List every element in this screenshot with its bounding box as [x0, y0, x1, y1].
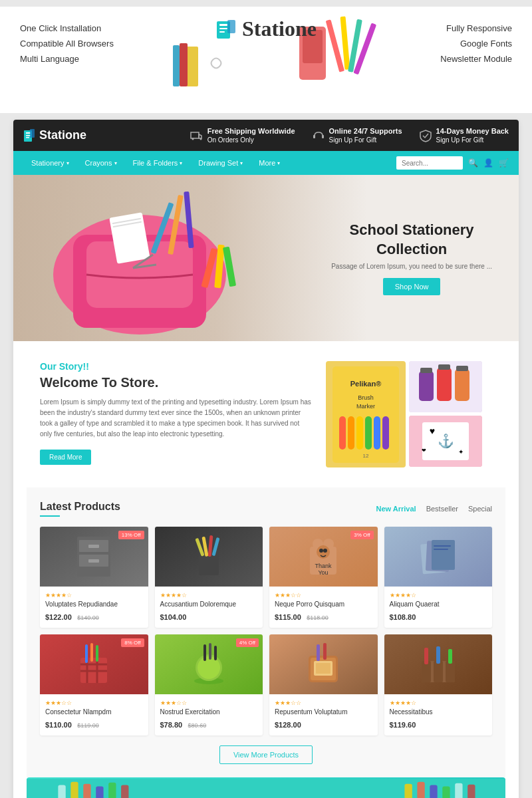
product-name-5: Nostrud Exercitation — [160, 708, 258, 716]
tab-new-arrival[interactable]: New Arrival — [376, 505, 416, 513]
product-badge-0: 13% Off — [118, 531, 144, 539]
product-card-4[interactable]: 8% Off — [40, 634, 148, 735]
svg-text:You: You — [319, 569, 329, 576]
product-old-price-5: $80.60 — [188, 722, 207, 729]
nav-folders[interactable]: File & Folders ▾ — [125, 159, 191, 167]
svg-rect-40 — [348, 416, 354, 450]
store-logo-icon — [23, 128, 35, 143]
search-input[interactable] — [396, 156, 463, 170]
nav-arrow-5: ▾ — [277, 160, 280, 166]
nav-more[interactable]: More ▾ — [251, 159, 288, 167]
product-price-2: $115.00 — [275, 613, 301, 621]
product-card-2[interactable]: 3% Off Thank You — [269, 527, 378, 628]
product-stars-0: ★★★★☆ — [45, 592, 143, 598]
svg-rect-10 — [219, 24, 227, 26]
logo-text: Statione — [242, 17, 317, 41]
svg-rect-47 — [419, 371, 434, 401]
shop-now-button[interactable]: Shop Now — [383, 278, 441, 295]
product-name-4: Consectetur Nlampdm — [45, 708, 143, 716]
product-price-7: $119.60 — [390, 721, 416, 729]
svg-rect-81 — [434, 549, 448, 550]
nav-crayons[interactable]: Crayons ▾ — [77, 159, 125, 167]
product-image-6 — [269, 634, 378, 694]
svg-rect-4 — [340, 16, 350, 69]
nav-drawing[interactable]: Drawing Set ▾ — [190, 159, 251, 167]
feature-one-click: One Click Installation — [20, 23, 114, 33]
products-tabs: New Arrival Bestseller Special — [376, 505, 493, 513]
svg-rect-120 — [455, 783, 462, 798]
products-header: Latest Products New Arrival Bestseller S… — [40, 501, 492, 517]
svg-text:Brush: Brush — [358, 394, 374, 401]
product-stars-7: ★★★★☆ — [390, 700, 487, 706]
product-info-0: ★★★★☆ Voluptates Repudiandae $122.00 $14… — [40, 587, 148, 628]
product-price-1: $104.00 — [160, 613, 187, 621]
svg-rect-0 — [186, 47, 198, 86]
product-card-5[interactable]: 4% Off ★★★☆☆ — [155, 634, 263, 735]
cart-icon[interactable]: 🛒 — [499, 158, 509, 168]
svg-rect-6 — [353, 23, 376, 74]
svg-rect-48 — [437, 368, 452, 401]
nav-arrow-3: ▾ — [180, 160, 182, 166]
product-price-3: $108.80 — [390, 613, 416, 621]
svg-rect-106 — [424, 648, 428, 664]
product-card-0[interactable]: 13% Off ★★★★☆ Voluptates Repudiandae — [40, 527, 148, 628]
svg-rect-15 — [26, 132, 31, 134]
product-info-5: ★★★☆☆ Nostrud Exercitation $78.80 $80.60 — [155, 694, 263, 735]
svg-rect-3 — [326, 19, 344, 72]
bear-gift-icon: Thank You — [303, 533, 343, 580]
product-price-4: $110.00 — [45, 721, 72, 729]
headset-icon — [312, 129, 325, 142]
svg-rect-12 — [219, 31, 225, 33]
store-preview: Statione Free Shipping Worldwide On Orde… — [13, 120, 519, 798]
tab-bestseller[interactable]: Bestseller — [426, 505, 458, 513]
support-title: Online 24/7 Supports — [329, 127, 402, 135]
user-icon[interactable]: 👤 — [483, 158, 493, 168]
filing-cabinet-icon — [74, 533, 114, 580]
svg-rect-104 — [434, 661, 443, 682]
svg-rect-63 — [88, 559, 99, 563]
product-stars-5: ★★★☆☆ — [160, 700, 258, 706]
feature-responsive: Fully Responsive — [440, 23, 512, 33]
feature-fonts: Google Fonts — [440, 39, 512, 49]
svg-rect-107 — [436, 646, 440, 664]
product-stars-6: ★★★☆☆ — [275, 700, 372, 706]
product-card-6[interactable]: ★★★☆☆ Repusentum Voluptatum $128.00 — [269, 634, 378, 735]
returns-sub: Sign Up For Gift — [436, 136, 484, 144]
svg-rect-18 — [30, 129, 35, 138]
svg-rect-112 — [83, 784, 90, 798]
product-name-0: Voluptates Repudiandae — [45, 600, 143, 608]
product-stars-4: ★★★☆☆ — [45, 700, 143, 706]
nav-stationery[interactable]: Stationery ▾ — [23, 159, 77, 167]
wood-organizer-icon — [418, 641, 458, 688]
product-card-1[interactable]: ★★★★☆ Accusantium Doloremque $104.00 — [155, 527, 263, 628]
shipping-title: Free Shipping Worldwide — [207, 127, 295, 135]
nav-arrow-2: ▾ — [114, 160, 117, 166]
svg-rect-116 — [404, 784, 412, 798]
logo-icon — [215, 19, 237, 40]
svg-text:♥: ♥ — [430, 426, 435, 436]
features-left: One Click Installation Compatible All Br… — [20, 17, 114, 64]
benefit-returns: 14-Days Money Back Sign Up For Gift — [419, 126, 509, 144]
svg-rect-118 — [430, 785, 437, 798]
svg-rect-41 — [356, 416, 363, 450]
svg-rect-87 — [85, 644, 88, 663]
svg-rect-80 — [434, 545, 451, 547]
product-name-1: Accusantium Doloremque — [160, 600, 258, 608]
svg-rect-121 — [467, 785, 475, 798]
svg-text:✦: ✦ — [458, 448, 464, 456]
product-card-7[interactable]: ★★★★☆ Necessitatibus $119.60 — [384, 634, 493, 735]
products-grid: 13% Off ★★★★☆ Voluptates Repudiandae — [40, 527, 492, 735]
svg-rect-2 — [173, 45, 180, 86]
view-more-button[interactable]: View More Products — [219, 745, 313, 764]
product-price-0: $122.00 — [45, 613, 72, 621]
svg-rect-88 — [90, 643, 93, 662]
product-card-3[interactable]: ★★★★☆ Aliquam Quaerat $108.80 — [384, 527, 493, 628]
shipping-sub: On Orders Only — [207, 136, 254, 144]
site-logo[interactable]: Statione — [215, 17, 317, 41]
svg-rect-117 — [417, 782, 424, 798]
read-more-button[interactable]: Read More — [40, 450, 91, 465]
product-old-price-2: $118.00 — [307, 614, 329, 621]
tab-special[interactable]: Special — [468, 505, 492, 513]
svg-rect-111 — [70, 782, 78, 798]
search-icon[interactable]: 🔍 — [468, 158, 478, 168]
